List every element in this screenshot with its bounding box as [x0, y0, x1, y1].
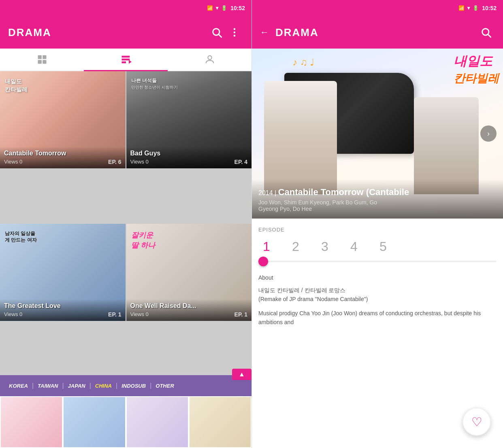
favorite-fab[interactable]: ♡: [463, 408, 491, 436]
left-status-icon-battery: 🔋: [221, 5, 227, 11]
category-korea[interactable]: KOREA: [5, 383, 32, 389]
right-search-button[interactable]: [477, 23, 495, 41]
tab-list[interactable]: [84, 49, 168, 70]
cantabile-ep: EP. 6: [108, 159, 121, 165]
left-status-icon-wifi: ▼: [215, 5, 220, 11]
episode-slider[interactable]: [258, 261, 497, 262]
drama-card-cantabile[interactable]: 내일도칸타빌레 Cantabile Tomorrow Views 0 EP. 6: [0, 71, 126, 168]
hero-year: 2014 | Cantabile Tomorrow (Cantabile: [258, 187, 497, 197]
hero-person-male: [264, 81, 337, 194]
svg-point-13: [208, 56, 211, 59]
svg-marker-12: [129, 60, 132, 64]
about-section: About 내일도 칸타빌레 / 칸타빌레 로망스 (Remake of JP …: [252, 274, 503, 372]
cantabile-title: Cantabile Tomorrow: [4, 150, 121, 157]
episode-5[interactable]: 5: [375, 239, 391, 254]
category-bar: ▲ KOREA | TAIWAN | JAPAN | CHINA | INDOS…: [0, 375, 252, 396]
card-korean-greatest-love: 남자의 일상을게 만드는 여자: [5, 230, 37, 244]
svg-marker-10: [121, 59, 130, 61]
tab-profile[interactable]: [168, 49, 252, 70]
greatest-love-ep: EP. 1: [108, 311, 121, 318]
drama-card-one-well[interactable]: 잘키운딸 하나 One Well Raised Da... Views 0 EP…: [126, 224, 252, 321]
card-korean-one-well: 잘키운딸 하나: [131, 230, 155, 251]
heart-icon: ♡: [471, 415, 482, 429]
hero-korean-title: 내일도칸타빌레: [454, 53, 499, 86]
greatest-love-overlay: The Greatest Love Views 0 EP. 1: [0, 299, 126, 321]
left-app-bar: DRAMA: [0, 16, 252, 49]
right-status-bar: 📶 ▼ 🔋 10:52: [252, 0, 503, 16]
bad-guys-views: Views 0: [130, 159, 149, 165]
svg-rect-7: [38, 60, 41, 64]
category-up-button[interactable]: ▲: [232, 369, 252, 380]
greatest-love-title: The Greatest Love: [4, 302, 121, 310]
bad-guys-title: Bad Guys: [130, 150, 248, 157]
bad-guys-overlay: Bad Guys Views 0 EP. 4: [126, 147, 252, 168]
one-well-title: One Well Raised Da...: [130, 302, 248, 310]
cantabile-meta: Views 0 EP. 6: [4, 159, 121, 165]
bad-guys-meta: Views 0 EP. 4: [130, 159, 248, 165]
svg-rect-6: [43, 55, 46, 59]
thumbnail-row: [0, 396, 252, 448]
left-status-bar: 📶 ▼ 🔋 10:52: [0, 0, 252, 16]
svg-point-2: [234, 28, 236, 30]
category-other[interactable]: OTHER: [151, 383, 178, 389]
about-description: Musical prodigy Cha Yoo Jin (Joo Won) dr…: [258, 309, 497, 327]
svg-marker-11: [121, 62, 126, 64]
episode-label: EPISODE: [258, 227, 497, 233]
svg-rect-8: [43, 60, 46, 64]
about-korean-desc: 내일도 칸타빌레 / 칸타빌레 로망스 (Remake of JP drama …: [258, 286, 497, 304]
svg-marker-9: [121, 56, 130, 58]
episode-numbers: 1 2 3 4 5: [258, 239, 497, 254]
cantabile-views: Views 0: [4, 159, 22, 165]
category-china[interactable]: CHINA: [91, 383, 116, 389]
right-status-icon-battery: 🔋: [473, 5, 479, 11]
one-well-overlay: One Well Raised Da... Views 0 EP. 1: [126, 299, 252, 321]
one-well-ep: EP. 1: [234, 311, 247, 318]
thumb-2[interactable]: [64, 397, 125, 447]
drama-card-bad-guys[interactable]: 나쁜 녀석들만만한 청소년이 시험하기 Bad Guys Views 0 EP.…: [126, 71, 252, 168]
category-japan[interactable]: JAPAN: [64, 383, 90, 389]
episode-3[interactable]: 3: [317, 239, 333, 254]
category-indosub[interactable]: INDOSUB: [117, 383, 150, 389]
card-korean-bad-guys: 나쁜 녀석들만만한 청소년이 시험하기: [131, 78, 178, 90]
one-well-meta: Views 0 EP. 1: [130, 311, 248, 318]
svg-point-4: [234, 35, 236, 37]
svg-point-3: [234, 32, 236, 34]
right-app-bar: ← DRAMA: [252, 16, 503, 49]
drama-grid: 내일도칸타빌레 Cantabile Tomorrow Views 0 EP. 6…: [0, 71, 252, 375]
thumb-4[interactable]: [190, 397, 251, 447]
left-status-time: 10:52: [230, 5, 245, 11]
right-status-icon-signal: 📶: [458, 5, 465, 11]
hero-show-title: Cantabile Tomorrow (Cantabile: [278, 187, 409, 197]
left-panel: 📶 ▼ 🔋 10:52 DRAMA: [0, 0, 252, 448]
right-app-title: DRAMA: [275, 26, 477, 39]
left-menu-button[interactable]: [226, 23, 243, 41]
episode-slider-dot: [258, 257, 268, 266]
episode-2[interactable]: 2: [288, 239, 304, 254]
left-tabs: [0, 49, 252, 71]
episode-1[interactable]: 1: [258, 239, 275, 254]
one-well-views: Views 0: [130, 311, 149, 318]
hero-title-overlay: 2014 | Cantabile Tomorrow (Cantabile Joo…: [252, 179, 503, 219]
hero-next-button[interactable]: ›: [480, 125, 497, 142]
hero-cast: Joo Won, Shim Eun Kyeong, Park Bo Gum, G…: [258, 199, 497, 212]
greatest-love-meta: Views 0 EP. 1: [4, 311, 121, 318]
right-status-time: 10:52: [482, 5, 497, 11]
svg-line-15: [488, 34, 491, 37]
thumb-1[interactable]: [1, 397, 62, 447]
hero-image: 내일도칸타빌레 ♪ ♫ ♩ 2014 | Cantabile Tomorrow …: [252, 49, 503, 219]
card-korean-cantabile: 내일도칸타빌레: [5, 78, 28, 93]
right-panel: 📶 ▼ 🔋 10:52 ← DRAMA 내일도칸타빌레 ♪ ♫ ♩: [252, 0, 503, 448]
thumb-3[interactable]: [127, 397, 188, 447]
episode-section: EPISODE 1 2 3 4 5: [252, 219, 503, 274]
svg-line-1: [219, 34, 222, 37]
greatest-love-views: Views 0: [4, 311, 22, 318]
drama-card-greatest-love[interactable]: 남자의 일상을게 만드는 여자 The Greatest Love Views …: [0, 224, 126, 321]
right-status-icon-wifi: ▼: [466, 5, 471, 11]
left-search-button[interactable]: [208, 23, 226, 41]
bad-guys-ep: EP. 4: [234, 159, 247, 165]
back-button[interactable]: ←: [260, 27, 269, 38]
tab-grid[interactable]: [0, 49, 84, 70]
svg-rect-5: [38, 55, 41, 59]
category-taiwan[interactable]: TAIWAN: [34, 383, 62, 389]
episode-4[interactable]: 4: [346, 239, 362, 254]
